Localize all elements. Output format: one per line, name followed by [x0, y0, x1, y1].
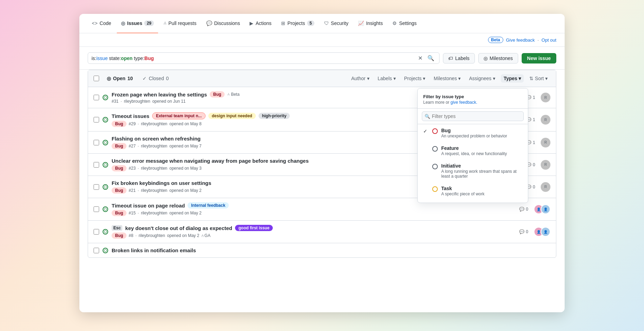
issues-table-header: ◎ Open 10 ✓ Closed 0 Author ▾ Labels ▾: [88, 70, 556, 87]
search-button[interactable]: 🔍: [426, 55, 436, 61]
esc-badge: Esc: [112, 225, 122, 231]
give-feedback-link[interactable]: Give feedback: [506, 37, 535, 43]
author-label: Author: [351, 76, 365, 81]
row-checkbox[interactable]: [94, 140, 99, 145]
table-row: Broken links in notification emails: [88, 243, 556, 257]
issue-title[interactable]: Broken links in notification emails: [112, 247, 196, 253]
milestones-header-filter-button[interactable]: Milestones ▾: [431, 74, 463, 83]
author-filter-button[interactable]: Author ▾: [348, 74, 372, 83]
labels-btn-label: Labels: [455, 56, 469, 61]
comment-icon: 💬: [519, 229, 524, 234]
closed-tab[interactable]: ✓ Closed 0: [140, 74, 171, 83]
sort-button[interactable]: ⇅ Sort ▾: [526, 74, 550, 83]
issue-open-icon: [103, 206, 108, 212]
closed-label: Closed: [149, 76, 164, 81]
discussions-icon: 💬: [206, 20, 212, 26]
avatar: R: [541, 115, 550, 125]
labels-filter-button[interactable]: 🏷 Labels: [443, 53, 475, 63]
issue-title[interactable]: Timeout issue on page reload: [112, 203, 185, 209]
issue-open-icon: [103, 117, 108, 122]
nav-discussions[interactable]: 💬 Discussions: [202, 14, 244, 33]
nav-projects[interactable]: ⊞ Projects 5: [277, 14, 318, 33]
issue-label-bug: Bug: [112, 210, 127, 216]
nav-code[interactable]: <> Code: [88, 14, 115, 33]
clear-filter-button[interactable]: ✕: [417, 55, 424, 61]
check-icon: ✓: [423, 128, 429, 134]
avatar: R: [541, 182, 550, 192]
projects-badge: 5: [307, 20, 314, 26]
issue-title[interactable]: key doesn't close out of dialog as expec…: [125, 225, 232, 231]
row-checkbox[interactable]: [94, 117, 99, 122]
open-circle-icon: ◎: [107, 76, 111, 81]
milestones-header-label: Milestones: [434, 76, 457, 81]
issue-title[interactable]: Frozen page when leaving the settings: [112, 92, 207, 97]
dropdown-search-icon: 🔍: [425, 114, 430, 119]
issue-title[interactable]: Flashing on screen when refreshing: [112, 136, 201, 142]
milestones-chevron-icon: ▾: [458, 76, 461, 81]
labels-header-filter-button[interactable]: Labels ▾: [375, 74, 399, 83]
open-tab[interactable]: ◎ Open 10: [105, 74, 135, 83]
label-ext-team: External team input n...: [152, 112, 206, 119]
comment-count: 💬 0: [519, 207, 528, 212]
projects-chevron-icon: ▾: [423, 76, 425, 81]
dropdown-item-task[interactable]: Task A specific piece of work: [418, 182, 528, 200]
label-good-first-issue: good first issue: [235, 225, 273, 231]
issue-label-bug: Bug: [210, 91, 225, 97]
new-issue-button[interactable]: New issue: [522, 53, 556, 63]
comment-count: 💬 0: [519, 229, 528, 234]
types-filter-button[interactable]: Types ▾: [501, 74, 524, 83]
initiative-type-icon: [432, 164, 438, 169]
issue-title[interactable]: Unclear error message when navigating aw…: [112, 158, 309, 164]
issue-open-icon: [103, 95, 108, 100]
nav-insights[interactable]: 📈 Insights: [354, 14, 387, 33]
search-box[interactable]: is:issue state:open type:Bug ✕ 🔍: [88, 52, 440, 64]
milestones-btn-label: Milestones: [490, 56, 513, 61]
nav-settings[interactable]: ⚙ Settings: [388, 14, 421, 33]
row-checkbox[interactable]: [94, 184, 99, 190]
issues-icon: ◎: [121, 20, 125, 26]
row-checkbox[interactable]: [94, 229, 99, 235]
nav-pull-requests[interactable]: ⑃ Pull requests: [159, 14, 201, 33]
dropdown-title: Filter by issue type: [423, 94, 522, 99]
pr-icon: ⑃: [164, 20, 166, 26]
dropdown-header: Filter by issue type Learn more or give …: [418, 91, 528, 109]
task-type-name: Task: [441, 186, 522, 191]
issue-title[interactable]: Fix broken keybindings on user settings: [112, 180, 211, 186]
initiative-type-name: Initiative: [441, 163, 522, 169]
table-row: Esc key doesn't close out of dialog as e…: [88, 221, 556, 243]
dropdown-search-area: 🔍: [418, 109, 528, 124]
opt-out-link[interactable]: Opt out: [541, 37, 556, 43]
sort-chevron-icon: ▾: [545, 76, 548, 81]
avatar: 👤: [541, 227, 550, 237]
issue-title[interactable]: Timeout issues: [112, 113, 149, 119]
sort-label: Sort: [535, 76, 544, 81]
security-icon: 🛡: [324, 20, 329, 26]
top-nav: <> Code ◎ Issues 29 ⑃ Pull requests 💬 Di…: [79, 14, 565, 33]
issue-open-icon: [103, 248, 108, 253]
row-checkbox[interactable]: [94, 248, 99, 253]
dropdown-feedback-link[interactable]: give feedback.: [451, 100, 477, 105]
issues-table: ◎ Open 10 ✓ Closed 0 Author ▾ Labels ▾: [88, 70, 556, 258]
select-all-checkbox[interactable]: [94, 76, 99, 81]
nav-actions[interactable]: ▶ Actions: [245, 14, 276, 33]
nav-issues[interactable]: ◎ Issues 29: [117, 14, 158, 33]
nav-security[interactable]: 🛡 Security: [320, 14, 353, 33]
closed-count: 0: [166, 76, 169, 81]
avatar: 👤: [541, 204, 550, 214]
milestones-filter-button[interactable]: ◎ Milestones: [478, 53, 518, 63]
dropdown-item-bug[interactable]: ✓ Bug An unexpected problem or behavior: [418, 124, 528, 142]
dropdown-item-initiative[interactable]: Initiative A long running work stream th…: [418, 160, 528, 182]
dropdown-search-input[interactable]: [422, 111, 524, 121]
milestone-icon: ◎: [484, 56, 488, 61]
row-checkbox[interactable]: [94, 95, 99, 100]
feature-type-name: Feature: [441, 145, 522, 151]
label-design: design input needed: [208, 113, 256, 119]
projects-filter-button[interactable]: Projects ▾: [401, 74, 428, 83]
row-checkbox[interactable]: [94, 162, 99, 168]
label-icon: 🏷: [448, 56, 453, 61]
dropdown-item-feature[interactable]: Feature A request, idea, or new function…: [418, 142, 528, 160]
avatar: R: [541, 93, 550, 102]
issue-label-bug: Bug: [112, 165, 127, 171]
assignees-filter-button[interactable]: Assignees ▾: [466, 74, 498, 83]
row-checkbox[interactable]: [94, 206, 99, 212]
